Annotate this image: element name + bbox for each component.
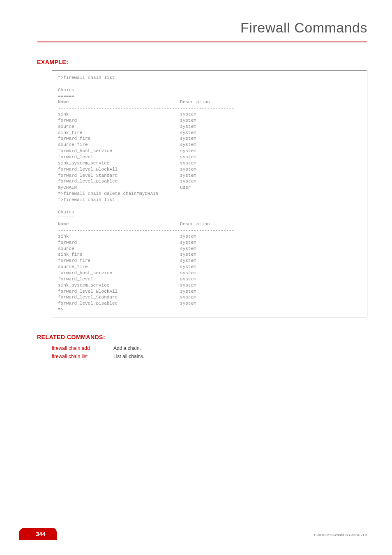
doc-id: E-DOC-CTC-20061027-0004 v1.0	[314, 533, 367, 537]
related-row: firewall chain list List all chains.	[52, 354, 367, 359]
related-desc: Add a chain.	[113, 345, 141, 351]
terminal-output: =>firewall chain list Chains ====== Name…	[52, 70, 367, 317]
related-desc: List all chains.	[113, 354, 144, 359]
example-heading: EXAMPLE:	[37, 59, 367, 65]
terminal-text: =>firewall chain list Chains ====== Name…	[58, 75, 361, 313]
related-heading: RELATED COMMANDS:	[37, 334, 367, 340]
page-number: 344	[25, 528, 57, 540]
related-row: firewall chain add Add a chain.	[52, 345, 367, 351]
related-cmd: firewall chain list	[52, 354, 113, 359]
related-commands: firewall chain add Add a chain. firewall…	[52, 345, 367, 359]
related-cmd: firewall chain add	[52, 345, 113, 351]
page-title: Firewall Commands	[37, 20, 367, 42]
